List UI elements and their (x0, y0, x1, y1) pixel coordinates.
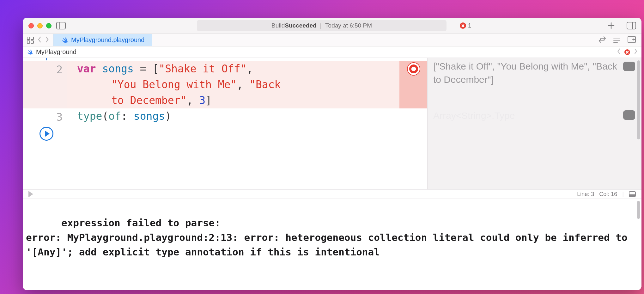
nav-forward-icon[interactable] (45, 36, 49, 44)
tabbar: MyPlayground.playground (23, 34, 641, 46)
activity-status[interactable]: Build Succeeded | Today at 6:50 PM (197, 20, 447, 31)
line-number-2: 2 (50, 64, 63, 76)
close-window-button[interactable] (28, 23, 34, 28)
console-output: expression failed to parse: error: MyPla… (26, 217, 633, 258)
jump-bar: MyPlayground (23, 46, 641, 58)
zoom-window-button[interactable] (46, 23, 52, 28)
console-scrollbar[interactable] (637, 201, 640, 219)
xcode-window: Build Succeeded | Today at 6:50 PM 1 (23, 18, 641, 290)
status-separator: | (319, 22, 324, 29)
swift-file-icon (27, 49, 33, 55)
svg-rect-7 (31, 37, 33, 40)
source-editor[interactable]: 2 3 var songs = ["Shake it Off", "You Be… (23, 58, 427, 189)
svg-rect-0 (57, 22, 65, 29)
editor-area: 2 3 var songs = ["Shake it Off", "You Be… (23, 58, 641, 290)
breadcrumb-name[interactable]: MyPlayground (36, 48, 76, 56)
result-value-2: Array<String>.Type (433, 109, 619, 122)
related-items-icon[interactable] (27, 36, 34, 44)
window-controls (28, 23, 52, 28)
result-value-1: ["Shake it Off", "You Belong with Me", "… (433, 60, 619, 86)
tab-filename: MyPlayground.playground (71, 36, 144, 44)
status-prefix: Build (271, 22, 285, 29)
status-result: Succeeded (285, 22, 316, 29)
add-editor-icon[interactable] (628, 36, 636, 44)
toggle-debug-area-icon[interactable] (629, 191, 636, 197)
code-line-2b: "You Belong with Me", "Back (111, 77, 427, 93)
svg-rect-4 (627, 22, 636, 29)
swap-icon[interactable] (598, 36, 606, 44)
editor-split: 2 3 var songs = ["Shake it Off", "You Be… (23, 58, 641, 189)
cursor-col: Col: 16 (599, 191, 617, 198)
error-icon (460, 22, 466, 29)
execute-icon[interactable] (28, 191, 33, 197)
tab-active[interactable]: MyPlayground.playground (53, 34, 152, 46)
status-time: Today at 6:50 PM (325, 22, 372, 29)
code-body[interactable]: var songs = ["Shake it Off", "You Belong… (70, 58, 427, 189)
svg-rect-8 (27, 41, 30, 43)
toggle-inspector-icon[interactable] (626, 21, 637, 30)
code-line-2a: var songs = ["Shake it Off", (77, 61, 427, 77)
titlebar-right-tools (605, 21, 637, 30)
svg-rect-6 (27, 37, 30, 40)
issue-count[interactable]: 1 (460, 22, 471, 29)
nav-back-icon[interactable] (37, 36, 42, 44)
results-sidebar: ["Shake it Off", "You Belong with Me", "… (427, 58, 641, 189)
run-playground-button[interactable] (39, 127, 53, 141)
cursor-line: Line: 3 (577, 191, 594, 198)
gutter-error-highlight (23, 61, 70, 108)
titlebar: Build Succeeded | Today at 6:50 PM 1 (23, 18, 641, 34)
code-line-2c: to December", 3] (111, 93, 427, 108)
add-icon[interactable] (605, 21, 617, 30)
error-count-value: 1 (468, 22, 471, 29)
line-gutter: 2 3 (23, 58, 70, 189)
tab-nav (23, 34, 53, 46)
results-scrollbar[interactable] (637, 60, 640, 139)
adjust-editor-icon[interactable] (613, 36, 621, 44)
quicklook-button-2[interactable] (623, 110, 635, 120)
line-number-3: 3 (50, 111, 63, 123)
minimize-window-button[interactable] (37, 23, 43, 28)
debug-console[interactable]: expression failed to parse: error: MyPla… (23, 199, 641, 290)
editor-status-bar: Line: 3 Col: 16 | (23, 189, 641, 199)
line-1-marker (46, 58, 47, 60)
issue-stepper (617, 48, 638, 56)
error-icon[interactable] (624, 49, 630, 55)
svg-rect-9 (31, 41, 33, 43)
prev-issue-icon[interactable] (617, 48, 621, 56)
tab-right-tools (593, 34, 641, 46)
toggle-navigator-icon[interactable] (55, 21, 67, 30)
quicklook-button-1[interactable] (623, 62, 635, 71)
code-line-3: type(of: songs) (77, 108, 427, 124)
swift-file-icon (61, 37, 68, 44)
next-issue-icon[interactable] (634, 48, 638, 56)
